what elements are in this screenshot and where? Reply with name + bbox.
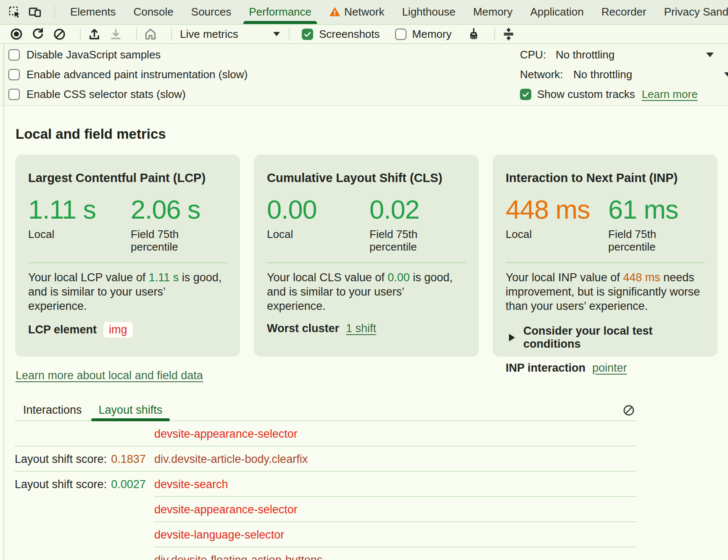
cpu-label: CPU: bbox=[520, 48, 556, 61]
tab-label: Sources bbox=[191, 5, 231, 18]
local-test-conditions-disclosure[interactable]: Consider your local test conditions bbox=[509, 325, 704, 351]
tab-label: Network bbox=[344, 5, 384, 18]
checkbox-label: Disable JavaScript samples bbox=[26, 48, 161, 61]
card-divider bbox=[506, 262, 704, 263]
panel-left-border bbox=[3, 44, 4, 560]
inp-interaction-label: INP interaction bbox=[506, 362, 586, 375]
history-dropdown[interactable]: Live metrics bbox=[180, 28, 280, 41]
capture-settings-checkboxes: Disable JavaScript samplesEnable advance… bbox=[8, 45, 248, 104]
reload-record-button[interactable] bbox=[31, 27, 45, 41]
table-row: devsite-appearance-selector bbox=[15, 497, 636, 522]
checkbox-checked-icon bbox=[302, 29, 313, 40]
collapse-icon[interactable] bbox=[501, 27, 516, 41]
divider bbox=[289, 28, 290, 40]
lcp-element-link[interactable]: img bbox=[103, 322, 133, 338]
home-icon[interactable] bbox=[143, 27, 158, 41]
chevron-down-icon[interactable] bbox=[706, 53, 714, 57]
chevron-down-icon[interactable] bbox=[724, 72, 728, 77]
network-label: Network: bbox=[520, 68, 573, 81]
tab-application[interactable]: Application bbox=[522, 0, 593, 24]
active-tab-underline bbox=[91, 418, 170, 421]
upload-profile-icon[interactable] bbox=[87, 27, 101, 41]
network-throttling-select[interactable]: No throttling bbox=[573, 68, 632, 81]
screenshots-checkbox[interactable]: Screenshots bbox=[302, 28, 380, 41]
custom-tracks-learn-more-link[interactable]: Learn more bbox=[642, 88, 698, 101]
tab-label: Recorder bbox=[601, 5, 646, 18]
tab-lighthouse[interactable]: Lighthouse bbox=[393, 0, 464, 24]
tab-performance[interactable]: Performance bbox=[240, 0, 320, 24]
metric-cards: Largest Contentful Paint (LCP) 1.11 s Lo… bbox=[15, 155, 717, 357]
clear-log-icon[interactable] bbox=[622, 404, 636, 417]
cls-field-label: Field 75th percentile bbox=[369, 228, 456, 253]
disable-javascript-samples-checkbox[interactable]: Disable JavaScript samples bbox=[8, 45, 248, 65]
cls-local-value: 0.00 bbox=[267, 196, 369, 223]
enable-css-selector-stats-slow-checkbox[interactable]: Enable CSS selector stats (slow) bbox=[8, 85, 248, 104]
tab-label: Performance bbox=[249, 5, 311, 18]
throttling-settings: CPU: No throttling Network: No throttlin… bbox=[520, 45, 728, 104]
shifted-element-link[interactable]: div.devsite-article-body.clearfix bbox=[154, 453, 308, 466]
panel-tabs: ElementsConsoleSourcesPerformanceNetwork… bbox=[61, 0, 728, 24]
inspect-icon[interactable] bbox=[8, 5, 22, 19]
show-custom-tracks-checkbox[interactable]: Show custom tracks bbox=[520, 88, 635, 101]
tab-sources[interactable]: Sources bbox=[182, 0, 240, 24]
lcp-local-value: 1.11 s bbox=[28, 196, 131, 223]
cls-description: Your local CLS value of 0.00 is good, an… bbox=[267, 270, 466, 313]
worst-cluster-link[interactable]: 1 shift bbox=[346, 322, 376, 335]
table-row: devsite-language-selector bbox=[15, 522, 636, 547]
learn-more-field-data-link[interactable]: Learn more about local and field data bbox=[16, 369, 203, 382]
warning-icon bbox=[329, 6, 340, 18]
record-button[interactable] bbox=[9, 27, 24, 41]
memory-label: Memory bbox=[412, 28, 452, 41]
inp-local-label: Local bbox=[506, 228, 592, 240]
tab-network[interactable]: Network bbox=[320, 0, 393, 24]
layout-shifts-table: devsite-appearance-selectorLayout shift … bbox=[15, 421, 636, 560]
lcp-local-label: Local bbox=[28, 228, 114, 240]
card-divider bbox=[267, 262, 466, 263]
table-row: div.devsite-floating-action-buttons bbox=[15, 547, 636, 560]
tab-label: Privacy Sand bbox=[664, 5, 728, 18]
inp-interaction-link[interactable]: pointer bbox=[592, 362, 627, 375]
tab-layout-shifts[interactable]: Layout shifts bbox=[90, 399, 171, 420]
network-throttling-row: Network: No throttling bbox=[520, 65, 728, 85]
checkbox-unchecked-icon bbox=[395, 29, 406, 40]
shifted-element-link[interactable]: devsite-search bbox=[154, 478, 228, 491]
cls-card: Cumulative Layout Shift (CLS) 0.00 Local… bbox=[254, 155, 479, 357]
device-toolbar-icon[interactable] bbox=[28, 5, 42, 19]
shifted-element-link[interactable]: devsite-language-selector bbox=[154, 528, 284, 542]
garbage-collect-broom-icon[interactable] bbox=[467, 27, 481, 41]
tab-label: Elements bbox=[70, 5, 116, 18]
shifted-element-link[interactable]: devsite-appearance-selector bbox=[154, 503, 298, 516]
inp-description: Your local INP value of 448 ms needs imp… bbox=[506, 270, 704, 313]
tab-recorder[interactable]: Recorder bbox=[593, 0, 655, 24]
lcp-card: Largest Contentful Paint (LCP) 1.11 s Lo… bbox=[15, 155, 240, 357]
cpu-throttling-select[interactable]: No throttling bbox=[556, 48, 615, 61]
worst-cluster-label: Worst cluster bbox=[267, 322, 339, 335]
clear-button[interactable] bbox=[52, 27, 66, 41]
tab-memory[interactable]: Memory bbox=[464, 0, 522, 24]
tab-console[interactable]: Console bbox=[124, 0, 182, 24]
performance-toolbar: Live metrics Screenshots Memory bbox=[0, 25, 728, 44]
table-row: Layout shift score:0.1837div.devsite-art… bbox=[15, 446, 636, 472]
layout-shift-score: Layout shift score:0.1837 bbox=[15, 453, 154, 466]
cls-field-value: 0.02 bbox=[369, 196, 466, 223]
memory-checkbox[interactable]: Memory bbox=[395, 28, 452, 41]
tab-privacy-sand[interactable]: Privacy Sand bbox=[655, 0, 728, 24]
divider bbox=[171, 28, 172, 40]
disclosure-triangle-icon bbox=[509, 334, 515, 341]
lcp-field-label: Field 75th percentile bbox=[131, 228, 217, 253]
inp-field-label: Field 75th percentile bbox=[608, 228, 694, 253]
cls-card-title: Cumulative Layout Shift (CLS) bbox=[267, 171, 466, 185]
layout-shift-score: Layout shift score:0.0027 bbox=[15, 478, 154, 491]
shifted-element-link[interactable]: devsite-appearance-selector bbox=[154, 428, 298, 441]
checkbox-label: Enable advanced paint instrumentation (s… bbox=[26, 68, 248, 81]
devtools-tab-bar: ElementsConsoleSourcesPerformanceNetwork… bbox=[0, 0, 728, 25]
enable-advanced-paint-instrumentation-slow-checkbox[interactable]: Enable advanced paint instrumentation (s… bbox=[8, 65, 248, 85]
tab-interactions[interactable]: Interactions bbox=[15, 399, 90, 420]
card-divider bbox=[28, 262, 227, 263]
checkbox-unchecked-icon bbox=[8, 49, 20, 61]
inp-card: Interaction to Next Paint (INP) 448 ms L… bbox=[493, 155, 717, 357]
tab-elements[interactable]: Elements bbox=[61, 0, 124, 24]
download-profile-icon[interactable] bbox=[108, 27, 123, 41]
cpu-throttling-row: CPU: No throttling bbox=[520, 45, 728, 65]
shifted-element-link[interactable]: div.devsite-floating-action-buttons bbox=[154, 554, 322, 560]
